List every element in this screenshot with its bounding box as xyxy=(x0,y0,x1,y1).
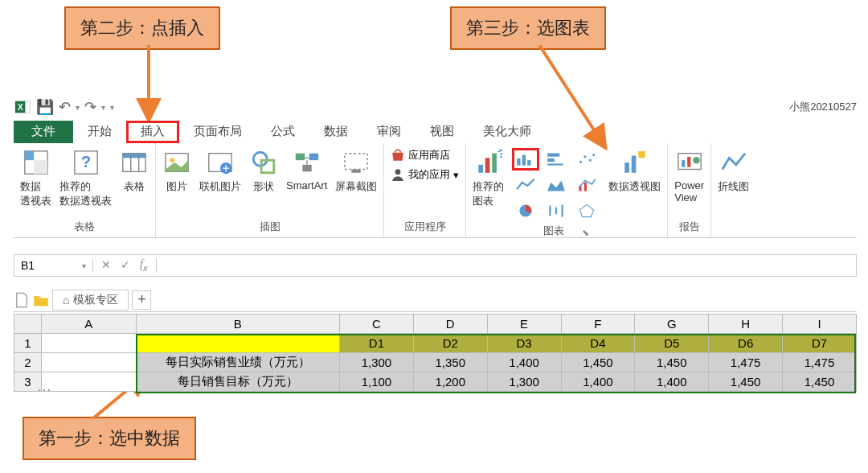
tab-insert[interactable]: 插入 xyxy=(126,121,179,143)
template-tab[interactable]: ⌂模板专区 xyxy=(52,290,129,311)
cell[interactable]: D4 xyxy=(561,334,635,353)
col-header[interactable]: I xyxy=(783,315,857,334)
group-charts-label: 图表 xyxy=(543,222,564,240)
cell[interactable]: 1,100 xyxy=(340,372,414,392)
scatter-chart-button[interactable] xyxy=(573,148,600,171)
pie-chart-button[interactable] xyxy=(512,199,539,222)
radar-chart-button[interactable] xyxy=(573,199,600,222)
col-header[interactable]: E xyxy=(487,315,561,334)
app-store-button[interactable]: 应用商店 xyxy=(391,148,459,162)
cell[interactable]: 每日实际销售业绩（万元） xyxy=(136,353,339,372)
select-all-corner[interactable] xyxy=(14,315,42,334)
cell[interactable] xyxy=(41,353,136,372)
col-header[interactable]: A xyxy=(41,315,136,334)
table-icon xyxy=(120,148,149,177)
col-header[interactable]: C xyxy=(340,315,414,334)
stock-chart-button[interactable] xyxy=(542,199,570,222)
name-box[interactable]: B1▾ xyxy=(14,259,93,272)
tab-file[interactable]: 文件 xyxy=(14,121,73,143)
cell[interactable]: 1,450 xyxy=(783,372,857,392)
enter-icon[interactable]: ✓ xyxy=(121,258,130,273)
cell[interactable]: 1,475 xyxy=(709,353,783,372)
cell[interactable]: 1,400 xyxy=(635,372,709,392)
cell[interactable]: D7 xyxy=(783,334,857,353)
spreadsheet-grid[interactable]: A B C D E F G H I 1 D1 D2 D3 D4 D5 D6 D7… xyxy=(14,314,857,392)
sparkline-line-button[interactable]: 折线图 xyxy=(718,148,749,194)
cell[interactable]: 1,475 xyxy=(783,353,857,372)
cell[interactable]: 每日销售目标（万元） xyxy=(136,372,339,392)
my-apps-button[interactable]: 我的应用 ▾ xyxy=(391,167,459,182)
col-header[interactable]: H xyxy=(709,315,783,334)
line-chart-button[interactable] xyxy=(512,174,539,196)
picture-button[interactable]: 图片 xyxy=(162,148,191,194)
cell[interactable]: 1,300 xyxy=(487,372,561,392)
col-header[interactable]: B xyxy=(136,315,339,334)
add-sheet-button[interactable]: + xyxy=(132,290,151,310)
pivot-chart-icon xyxy=(620,148,649,177)
online-picture-button[interactable]: 联机图片 xyxy=(199,148,241,194)
cell[interactable]: D5 xyxy=(635,334,709,353)
cell[interactable]: 1,350 xyxy=(413,353,487,372)
shapes-icon xyxy=(249,148,278,177)
tab-formulas[interactable]: 公式 xyxy=(256,121,309,143)
tab-review[interactable]: 审阅 xyxy=(362,121,416,143)
cell[interactable]: D1 xyxy=(340,334,414,353)
tab-beautify[interactable]: 美化大师 xyxy=(469,121,546,143)
svg-rect-12 xyxy=(123,154,145,158)
recommended-pivot-button[interactable]: ? 推荐的 数据透视表 xyxy=(59,148,112,208)
cell[interactable] xyxy=(41,372,136,392)
table-button[interactable]: 表格 xyxy=(120,148,149,194)
cell[interactable]: D2 xyxy=(413,334,487,353)
cell[interactable]: 1,400 xyxy=(487,353,561,372)
cancel-icon[interactable]: ✕ xyxy=(101,258,111,273)
area-chart-button[interactable] xyxy=(542,174,570,196)
cell[interactable]: 1,450 xyxy=(635,353,709,372)
group-reports: Power View 报告 xyxy=(668,143,711,237)
cell[interactable]: 1,200 xyxy=(413,372,487,392)
tab-view[interactable]: 视图 xyxy=(416,121,469,143)
row-header[interactable]: 2 xyxy=(14,353,42,372)
smartart-button[interactable]: SmartArt xyxy=(286,148,327,191)
bar-chart-button[interactable] xyxy=(542,148,570,171)
column-chart-button[interactable] xyxy=(512,148,539,171)
save-icon[interactable]: 💾 xyxy=(36,98,54,116)
redo-icon[interactable]: ↷ xyxy=(84,98,96,116)
ellipsis: … xyxy=(37,378,53,395)
combo-chart-button[interactable] xyxy=(573,174,600,196)
folder-icon[interactable] xyxy=(33,292,49,308)
col-header[interactable]: D xyxy=(413,315,487,334)
cell[interactable]: 1,400 xyxy=(561,372,635,392)
power-view-icon xyxy=(675,148,704,177)
recommended-charts-button[interactable]: ? 推荐的 图表 xyxy=(473,148,504,208)
recommended-charts-icon: ? xyxy=(474,148,503,177)
cell[interactable]: 1,450 xyxy=(709,372,783,392)
shapes-button[interactable]: 形状 xyxy=(249,148,278,194)
cell[interactable]: D3 xyxy=(487,334,561,353)
cell[interactable] xyxy=(136,334,339,353)
tab-page-layout[interactable]: 页面布局 xyxy=(179,121,256,143)
new-sheet-icon[interactable] xyxy=(14,292,30,308)
svg-rect-52 xyxy=(687,157,690,167)
col-header[interactable]: G xyxy=(635,315,709,334)
row-header[interactable]: 1 xyxy=(14,334,42,353)
fx-icon[interactable]: fx xyxy=(140,258,148,273)
undo-icon[interactable]: ↶ xyxy=(59,98,71,116)
svg-point-38 xyxy=(584,155,587,158)
power-view-button[interactable]: Power View xyxy=(674,148,704,204)
cell[interactable]: 1,450 xyxy=(561,353,635,372)
tab-home[interactable]: 开始 xyxy=(73,121,126,143)
pivot-chart-button[interactable]: 数据透视图 xyxy=(608,148,661,194)
col-header[interactable]: F xyxy=(561,315,635,334)
group-sparklines: 折线图 xyxy=(711,143,755,237)
svg-point-40 xyxy=(592,154,595,156)
pivot-table-button[interactable]: 数据 透视表 xyxy=(20,148,51,208)
svg-rect-25 xyxy=(352,170,361,173)
charts-dialog-icon[interactable]: ⬊ xyxy=(582,228,589,238)
tab-data[interactable]: 数据 xyxy=(309,121,362,143)
svg-rect-35 xyxy=(547,158,555,162)
screenshot-button[interactable]: 屏幕截图 xyxy=(335,148,377,194)
cell[interactable]: D6 xyxy=(709,334,783,353)
svg-line-1 xyxy=(539,45,600,140)
cell[interactable]: 1,300 xyxy=(340,353,414,372)
cell[interactable] xyxy=(41,334,136,353)
